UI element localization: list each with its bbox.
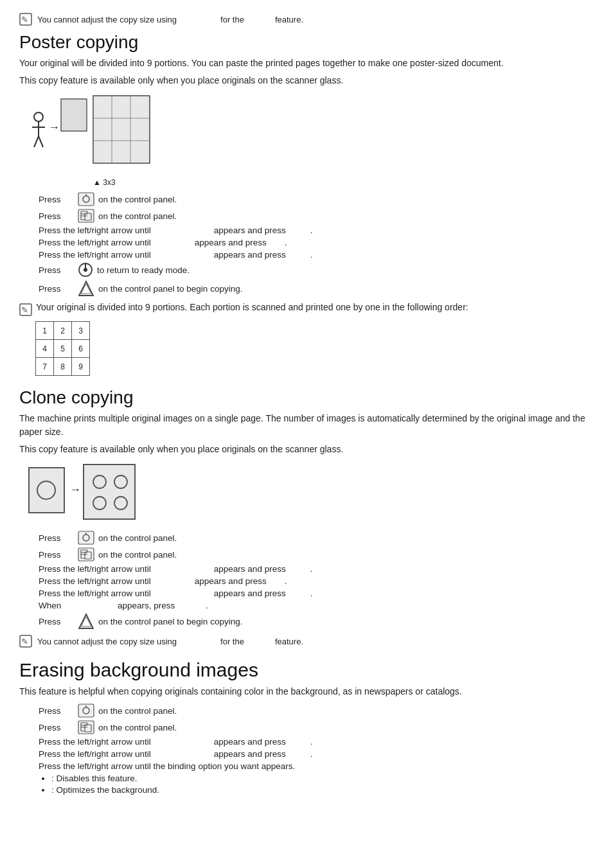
poster-steps: Press on the control panel. Press — [39, 192, 594, 297]
erase-step-5: Press the left/right arrow until the bin… — [39, 761, 594, 771]
grid-cell-3: 3 — [72, 322, 90, 340]
poster-desc2: This copy feature is available only when… — [19, 74, 594, 87]
clone-note-end: feature. — [275, 637, 303, 646]
poster-step-7: Press on the control panel to begin copy… — [39, 280, 594, 297]
power-icon — [78, 262, 93, 278]
copy-icon-erase — [78, 720, 94, 734]
svg-rect-42 — [85, 552, 91, 559]
clone-note: ✎ You cannot adjust the copy size using … — [19, 635, 594, 648]
svg-text:→: → — [69, 483, 81, 496]
clone-desc1: The machine prints multiple original ima… — [19, 412, 594, 439]
clone-step-3: Press the left/right arrow until appears… — [39, 564, 594, 574]
press-label-2: Press — [39, 211, 74, 221]
step-1-suffix: on the control panel. — [98, 195, 177, 204]
erase-bullets: : Disables this feature. : Optimizes the… — [51, 774, 594, 795]
svg-rect-32 — [84, 465, 135, 519]
clone-title: Clone copying — [19, 387, 594, 408]
top-note: ✎ You cannot adjust the copy size using … — [19, 13, 594, 26]
start-icon-1 — [78, 280, 94, 297]
poster-note-text: Your original is divided into 9 portions… — [36, 302, 468, 312]
clone-copying-section: Clone copying The machine prints multipl… — [19, 387, 594, 648]
grid-cell-8: 8 — [54, 358, 72, 376]
step-4-text: Press the left/right arrow until — [39, 238, 151, 247]
svg-text:✎: ✎ — [21, 305, 28, 315]
poster-diagram: → ▲ 3x3 — [26, 93, 594, 187]
grid-cell-1: 1 — [36, 322, 54, 340]
clone-step-2: Press on the control panel. — [39, 547, 594, 562]
grid-cell-9: 9 — [72, 358, 90, 376]
grid-cell-2: 2 — [54, 322, 72, 340]
erase-section: Erasing background images This feature i… — [19, 659, 594, 795]
poster-desc1: Your original will be divided into 9 por… — [19, 57, 594, 70]
svg-line-5 — [34, 136, 39, 147]
step-4-dot: . — [285, 238, 287, 247]
erase-steps: Press on the control panel. Press — [39, 704, 594, 771]
poster-step-5: Press the left/right arrow until appears… — [39, 250, 594, 260]
bullet-1: : Disables this feature. — [51, 774, 594, 783]
poster-step-2: Press on the control panel. — [39, 209, 594, 223]
bullet-2-text: : Optimizes the background. — [51, 785, 159, 795]
svg-rect-29 — [29, 468, 64, 513]
poster-grid: 1 2 3 4 5 6 7 8 9 — [35, 321, 90, 376]
clone-svg: → — [26, 461, 141, 526]
clone-step-4: Press the left/right arrow until appears… — [39, 576, 594, 586]
clone-note-text: You cannot adjust the copy size using — [37, 637, 177, 646]
svg-text:→: → — [48, 121, 60, 134]
svg-line-6 — [39, 136, 43, 147]
poster-copying-section: Poster copying Your original will be div… — [19, 32, 594, 376]
note-icon-clone: ✎ — [19, 635, 32, 648]
top-note-middle: for the — [220, 15, 244, 24]
clone-step-7: Press on the control panel to begin copy… — [39, 613, 594, 630]
grid-cell-6: 6 — [72, 340, 90, 358]
press-label-1: Press — [39, 195, 74, 204]
diagram-label: ▲ 3x3 — [93, 178, 594, 187]
erase-step-3: Press the left/right arrow until appears… — [39, 737, 594, 747]
note-icon: ✎ — [19, 13, 32, 26]
step-5-appears: appears and press — [214, 250, 286, 260]
step-4-appears: appears and press — [195, 238, 267, 247]
erase-desc1: This feature is helpful when copying ori… — [19, 685, 594, 698]
step-7-suffix: on the control panel to begin copying. — [98, 284, 242, 294]
poster-step-3: Press the left/right arrow until appears… — [39, 226, 594, 235]
poster-title: Poster copying — [19, 32, 594, 53]
copy-icon-clone — [78, 547, 94, 562]
menu-icon-1 — [78, 192, 94, 206]
top-note-end: feature. — [275, 15, 303, 24]
erase-step-2: Press on the control panel. — [39, 720, 594, 734]
step-2-suffix: on the control panel. — [98, 211, 177, 221]
grid-cell-4: 4 — [36, 340, 54, 358]
top-note-text: You cannot adjust the copy size using — [37, 15, 177, 24]
bullet-2: : Optimizes the background. — [51, 785, 594, 795]
clone-diagram: → — [26, 461, 594, 526]
erase-title: Erasing background images — [19, 659, 594, 681]
svg-rect-9 — [93, 96, 150, 163]
svg-point-2 — [34, 112, 43, 121]
grid-cell-5: 5 — [54, 340, 72, 358]
poster-note: ✎ Your original is divided into 9 portio… — [19, 302, 594, 316]
erase-step-1: Press on the control panel. — [39, 704, 594, 718]
clone-note-middle: for the — [220, 637, 244, 646]
svg-text:✎: ✎ — [21, 637, 28, 646]
svg-rect-19 — [85, 213, 91, 220]
poster-step-4: Press the left/right arrow until appears… — [39, 238, 594, 247]
clone-step-6: When appears, press . — [39, 601, 594, 610]
bullet-1-text: : Disables this feature. — [51, 774, 138, 783]
poster-step-1: Press on the control panel. — [39, 192, 594, 206]
clone-step-5: Press the left/right arrow until appears… — [39, 589, 594, 598]
step-6-suffix: to return to ready mode. — [97, 265, 190, 275]
svg-rect-54 — [85, 725, 91, 732]
step-3-text: Press the left/right arrow until — [39, 226, 151, 235]
erase-step-5-text: Press the left/right arrow until the bin… — [39, 761, 295, 771]
step-3-dot: . — [310, 226, 313, 235]
start-icon-clone — [78, 613, 94, 630]
menu-icon-erase — [78, 704, 94, 718]
svg-rect-8 — [61, 99, 87, 131]
grid-cell-7: 7 — [36, 358, 54, 376]
clone-step-1: Press on the control panel. — [39, 531, 594, 545]
copy-icon-1 — [78, 209, 94, 223]
step-5-text: Press the left/right arrow until — [39, 250, 151, 260]
poster-svg: → — [26, 93, 154, 176]
svg-text:✎: ✎ — [21, 15, 28, 24]
step-5-dot: . — [310, 250, 313, 260]
note-icon-2: ✎ — [19, 303, 32, 316]
